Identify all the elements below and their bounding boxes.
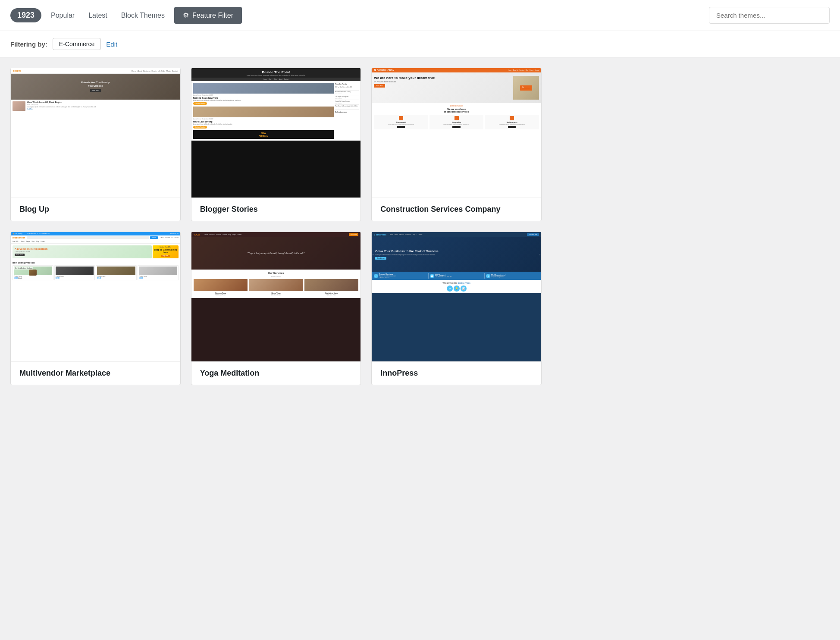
active-filter-tag: E-Commerce [53, 38, 101, 50]
theme-info-yoga: Yoga Meditation [191, 361, 361, 385]
theme-info-blogger: Blogger Stories [191, 198, 361, 221]
filter-bar: Filtering by: E-Commerce Edit [0, 31, 840, 57]
app-container: 1923 Popular Latest Block Themes ⚙ Featu… [0, 0, 840, 640]
theme-info-construction: Construction Services Company [372, 198, 541, 221]
filtering-by-label: Filtering by: [10, 41, 47, 48]
theme-preview-blogger: Beside The Point Lorem ipsum dolor sit a… [191, 68, 361, 198]
theme-card-multivendor[interactable]: 🚚 Free Delivery We're Dedicated To Our C… [10, 232, 181, 385]
tab-popular[interactable]: Popular [47, 9, 79, 22]
tab-block-themes[interactable]: Block Themes [117, 9, 169, 22]
theme-name-construction: Construction Services Company [380, 205, 500, 213]
theme-preview-innopress: ● InnoPress HomeAboutServicesPortfolio ▾… [372, 232, 541, 361]
theme-card-yoga[interactable]: YOGA HomeAbout UsFeaturesClassesBlogPage… [191, 232, 361, 385]
theme-name-yoga: Yoga Meditation [200, 369, 260, 377]
tab-latest[interactable]: Latest [84, 9, 112, 22]
theme-count-badge: 1923 [10, 8, 41, 22]
theme-card-innopress[interactable]: ● InnoPress HomeAboutServicesPortfolio ▾… [371, 232, 542, 385]
theme-nav: 1923 Popular Latest Block Themes ⚙ Featu… [0, 0, 840, 31]
theme-name-innopress: InnoPress [380, 369, 418, 377]
edit-filter-link[interactable]: Edit [106, 41, 117, 48]
theme-preview-yoga: YOGA HomeAbout UsFeaturesClassesBlogPage… [191, 232, 361, 361]
search-input[interactable] [709, 7, 830, 24]
theme-preview-blogup: Blog Up HomeAboutBusinessHealthLife Styl… [11, 68, 180, 198]
theme-card-blogup[interactable]: Blog Up HomeAboutBusinessHealthLife Styl… [10, 68, 181, 221]
gear-icon: ⚙ [183, 11, 189, 19]
theme-card-blogger[interactable]: Beside The Point Lorem ipsum dolor sit a… [191, 68, 361, 221]
theme-info-multivendor: Multivendor Marketplace [11, 361, 180, 385]
theme-name-multivendor: Multivendor Marketplace [19, 369, 110, 377]
theme-card-construction[interactable]: 🏗 CONSTRUCTION HomeAbout UsServicesBlogP… [371, 68, 542, 221]
themes-grid: Blog Up HomeAboutBusinessHealthLife Styl… [0, 68, 552, 395]
theme-info-blogup: Blog Up [11, 198, 180, 221]
theme-name-blogger: Blogger Stories [200, 205, 258, 213]
theme-preview-construction: 🏗 CONSTRUCTION HomeAbout UsServicesBlogP… [372, 68, 541, 198]
theme-preview-multivendor: 🚚 Free Delivery We're Dedicated To Our C… [11, 232, 180, 361]
feature-filter-label: Feature Filter [192, 12, 233, 19]
theme-info-innopress: InnoPress [372, 361, 541, 385]
feature-filter-button[interactable]: ⚙ Feature Filter [174, 7, 242, 24]
theme-name-blogup: Blog Up [19, 205, 49, 213]
